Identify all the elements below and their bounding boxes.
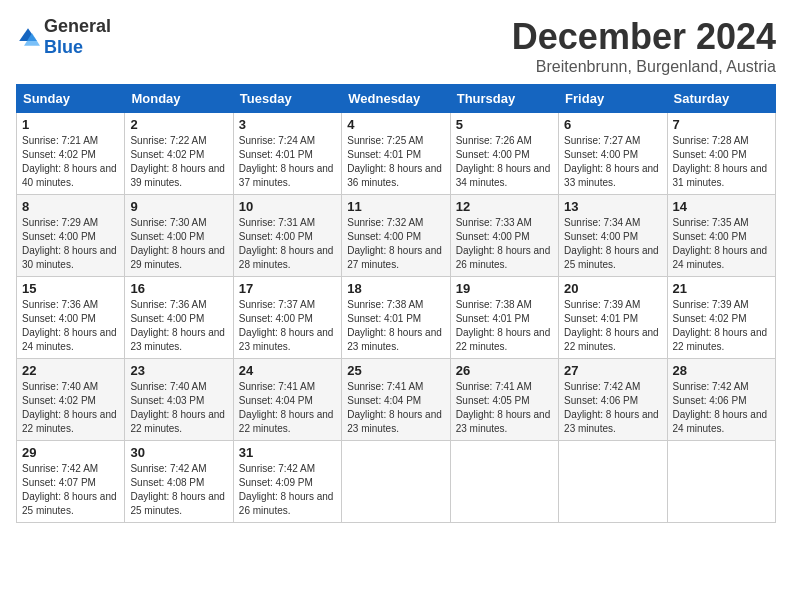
location-title: Breitenbrunn, Burgenland, Austria xyxy=(512,58,776,76)
daylight-label: Daylight: 8 hours and 24 minutes. xyxy=(673,409,768,434)
daylight-label: Daylight: 8 hours and 28 minutes. xyxy=(239,245,334,270)
sunset-label: Sunset: 4:00 PM xyxy=(673,149,747,160)
page-header: General Blue December 2024 Breitenbrunn,… xyxy=(16,16,776,76)
daylight-label: Daylight: 8 hours and 23 minutes. xyxy=(239,327,334,352)
calendar-day-21: 21 Sunrise: 7:39 AM Sunset: 4:02 PM Dayl… xyxy=(667,277,775,359)
day-detail: Sunrise: 7:22 AM Sunset: 4:02 PM Dayligh… xyxy=(130,134,227,190)
sunset-label: Sunset: 4:00 PM xyxy=(239,313,313,324)
daylight-label: Daylight: 8 hours and 23 minutes. xyxy=(347,327,442,352)
sunset-label: Sunset: 4:00 PM xyxy=(130,231,204,242)
day-number: 7 xyxy=(673,117,770,132)
calendar-week-1: 1 Sunrise: 7:21 AM Sunset: 4:02 PM Dayli… xyxy=(17,113,776,195)
sunrise-label: Sunrise: 7:40 AM xyxy=(130,381,206,392)
day-number: 10 xyxy=(239,199,336,214)
sunrise-label: Sunrise: 7:42 AM xyxy=(239,463,315,474)
daylight-label: Daylight: 8 hours and 23 minutes. xyxy=(130,327,225,352)
sunrise-label: Sunrise: 7:25 AM xyxy=(347,135,423,146)
calendar-week-4: 22 Sunrise: 7:40 AM Sunset: 4:02 PM Dayl… xyxy=(17,359,776,441)
sunrise-label: Sunrise: 7:39 AM xyxy=(564,299,640,310)
day-detail: Sunrise: 7:38 AM Sunset: 4:01 PM Dayligh… xyxy=(456,298,553,354)
sunrise-label: Sunrise: 7:35 AM xyxy=(673,217,749,228)
day-detail: Sunrise: 7:32 AM Sunset: 4:00 PM Dayligh… xyxy=(347,216,444,272)
day-detail: Sunrise: 7:41 AM Sunset: 4:04 PM Dayligh… xyxy=(347,380,444,436)
calendar-day-18: 18 Sunrise: 7:38 AM Sunset: 4:01 PM Dayl… xyxy=(342,277,450,359)
daylight-label: Daylight: 8 hours and 37 minutes. xyxy=(239,163,334,188)
day-detail: Sunrise: 7:30 AM Sunset: 4:00 PM Dayligh… xyxy=(130,216,227,272)
calendar-week-2: 8 Sunrise: 7:29 AM Sunset: 4:00 PM Dayli… xyxy=(17,195,776,277)
calendar-day-6: 6 Sunrise: 7:27 AM Sunset: 4:00 PM Dayli… xyxy=(559,113,667,195)
sunset-label: Sunset: 4:04 PM xyxy=(239,395,313,406)
daylight-label: Daylight: 8 hours and 23 minutes. xyxy=(347,409,442,434)
day-number: 27 xyxy=(564,363,661,378)
sunset-label: Sunset: 4:03 PM xyxy=(130,395,204,406)
logo-general: General xyxy=(44,16,111,36)
sunrise-label: Sunrise: 7:38 AM xyxy=(347,299,423,310)
daylight-label: Daylight: 8 hours and 33 minutes. xyxy=(564,163,659,188)
logo-text: General Blue xyxy=(44,16,111,58)
calendar-header-sunday: Sunday xyxy=(17,85,125,113)
sunset-label: Sunset: 4:00 PM xyxy=(22,313,96,324)
daylight-label: Daylight: 8 hours and 26 minutes. xyxy=(239,491,334,516)
calendar-day-7: 7 Sunrise: 7:28 AM Sunset: 4:00 PM Dayli… xyxy=(667,113,775,195)
sunrise-label: Sunrise: 7:34 AM xyxy=(564,217,640,228)
sunset-label: Sunset: 4:00 PM xyxy=(456,149,530,160)
sunrise-label: Sunrise: 7:30 AM xyxy=(130,217,206,228)
sunrise-label: Sunrise: 7:31 AM xyxy=(239,217,315,228)
day-detail: Sunrise: 7:29 AM Sunset: 4:00 PM Dayligh… xyxy=(22,216,119,272)
day-number: 16 xyxy=(130,281,227,296)
sunrise-label: Sunrise: 7:42 AM xyxy=(564,381,640,392)
calendar-header-saturday: Saturday xyxy=(667,85,775,113)
logo-blue: Blue xyxy=(44,37,83,57)
day-detail: Sunrise: 7:36 AM Sunset: 4:00 PM Dayligh… xyxy=(130,298,227,354)
day-number: 14 xyxy=(673,199,770,214)
day-detail: Sunrise: 7:27 AM Sunset: 4:00 PM Dayligh… xyxy=(564,134,661,190)
sunset-label: Sunset: 4:02 PM xyxy=(673,313,747,324)
day-detail: Sunrise: 7:39 AM Sunset: 4:02 PM Dayligh… xyxy=(673,298,770,354)
title-block: December 2024 Breitenbrunn, Burgenland, … xyxy=(512,16,776,76)
calendar-day-16: 16 Sunrise: 7:36 AM Sunset: 4:00 PM Dayl… xyxy=(125,277,233,359)
calendar-header-friday: Friday xyxy=(559,85,667,113)
empty-cell xyxy=(667,441,775,523)
calendar-day-28: 28 Sunrise: 7:42 AM Sunset: 4:06 PM Dayl… xyxy=(667,359,775,441)
day-detail: Sunrise: 7:42 AM Sunset: 4:09 PM Dayligh… xyxy=(239,462,336,518)
calendar-day-26: 26 Sunrise: 7:41 AM Sunset: 4:05 PM Dayl… xyxy=(450,359,558,441)
calendar-day-15: 15 Sunrise: 7:36 AM Sunset: 4:00 PM Dayl… xyxy=(17,277,125,359)
sunset-label: Sunset: 4:00 PM xyxy=(239,231,313,242)
calendar-day-4: 4 Sunrise: 7:25 AM Sunset: 4:01 PM Dayli… xyxy=(342,113,450,195)
day-number: 19 xyxy=(456,281,553,296)
sunrise-label: Sunrise: 7:33 AM xyxy=(456,217,532,228)
month-title: December 2024 xyxy=(512,16,776,58)
sunrise-label: Sunrise: 7:37 AM xyxy=(239,299,315,310)
calendar-header-wednesday: Wednesday xyxy=(342,85,450,113)
calendar-week-3: 15 Sunrise: 7:36 AM Sunset: 4:00 PM Dayl… xyxy=(17,277,776,359)
sunset-label: Sunset: 4:04 PM xyxy=(347,395,421,406)
sunset-label: Sunset: 4:06 PM xyxy=(673,395,747,406)
daylight-label: Daylight: 8 hours and 22 minutes. xyxy=(564,327,659,352)
calendar-day-9: 9 Sunrise: 7:30 AM Sunset: 4:00 PM Dayli… xyxy=(125,195,233,277)
daylight-label: Daylight: 8 hours and 25 minutes. xyxy=(564,245,659,270)
day-detail: Sunrise: 7:38 AM Sunset: 4:01 PM Dayligh… xyxy=(347,298,444,354)
sunrise-label: Sunrise: 7:42 AM xyxy=(130,463,206,474)
calendar-table: SundayMondayTuesdayWednesdayThursdayFrid… xyxy=(16,84,776,523)
sunset-label: Sunset: 4:00 PM xyxy=(673,231,747,242)
sunrise-label: Sunrise: 7:38 AM xyxy=(456,299,532,310)
day-detail: Sunrise: 7:31 AM Sunset: 4:00 PM Dayligh… xyxy=(239,216,336,272)
daylight-label: Daylight: 8 hours and 29 minutes. xyxy=(130,245,225,270)
sunrise-label: Sunrise: 7:21 AM xyxy=(22,135,98,146)
day-number: 26 xyxy=(456,363,553,378)
day-detail: Sunrise: 7:39 AM Sunset: 4:01 PM Dayligh… xyxy=(564,298,661,354)
day-number: 31 xyxy=(239,445,336,460)
sunrise-label: Sunrise: 7:36 AM xyxy=(22,299,98,310)
day-number: 11 xyxy=(347,199,444,214)
sunset-label: Sunset: 4:09 PM xyxy=(239,477,313,488)
sunset-label: Sunset: 4:06 PM xyxy=(564,395,638,406)
sunset-label: Sunset: 4:00 PM xyxy=(564,231,638,242)
day-number: 24 xyxy=(239,363,336,378)
calendar-day-19: 19 Sunrise: 7:38 AM Sunset: 4:01 PM Dayl… xyxy=(450,277,558,359)
calendar-day-20: 20 Sunrise: 7:39 AM Sunset: 4:01 PM Dayl… xyxy=(559,277,667,359)
day-number: 1 xyxy=(22,117,119,132)
day-detail: Sunrise: 7:35 AM Sunset: 4:00 PM Dayligh… xyxy=(673,216,770,272)
daylight-label: Daylight: 8 hours and 24 minutes. xyxy=(673,245,768,270)
day-number: 28 xyxy=(673,363,770,378)
daylight-label: Daylight: 8 hours and 22 minutes. xyxy=(239,409,334,434)
